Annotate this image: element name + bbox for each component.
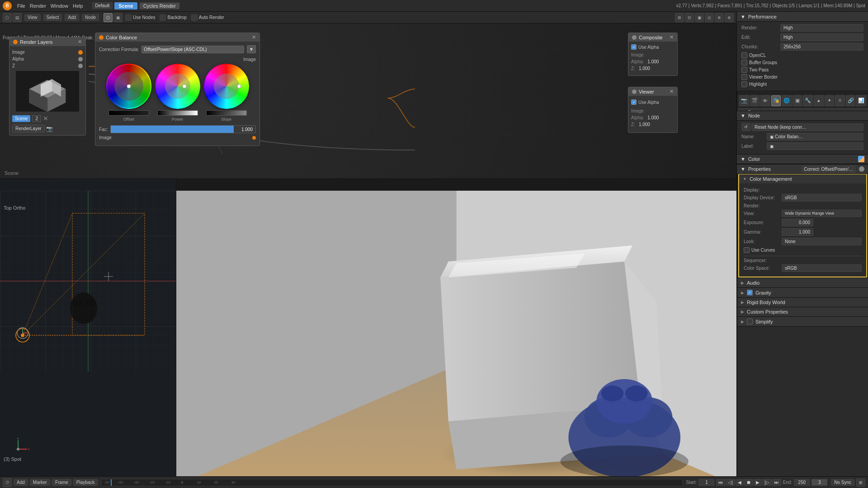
tl-play-btn[interactable]: ▶ — [754, 479, 762, 486]
ne-icon2[interactable]: ▣ — [113, 13, 123, 22]
screen-layout[interactable]: Default — [92, 2, 113, 9]
ne-rt1[interactable]: ⊞ — [675, 13, 684, 22]
gravity-section[interactable]: ▶ ✓ Gravity — [737, 288, 868, 298]
ne-rt3[interactable]: ▣ — [695, 13, 704, 22]
perf-chunks-value[interactable]: 256x256 — [780, 43, 863, 51]
cb-slope-wheel[interactable] — [204, 64, 249, 109]
prop-icon-data[interactable]: 📊 — [856, 95, 866, 106]
cb-close-btn[interactable]: ✕ — [252, 34, 256, 40]
prop-icon-material[interactable]: ● — [814, 95, 824, 106]
cm-view-value[interactable]: Wide Dynamic Range View — [782, 210, 862, 217]
cm-display-device-value[interactable]: sRGB — [782, 194, 862, 202]
perf-section-header[interactable]: ▼ Performance — [737, 12, 868, 22]
node-name-value[interactable]: ▣ Color Balan… — [767, 133, 863, 141]
cb-power-wheel[interactable] — [155, 64, 200, 109]
rl-expand-btn[interactable]: ✕ — [43, 115, 48, 122]
cm-color-space-value[interactable]: sRGB — [782, 264, 862, 272]
perf-render-value[interactable]: High — [780, 24, 863, 32]
ne-select-btn[interactable]: Select — [43, 14, 62, 21]
prop-icon-scene[interactable]: 🎭 — [771, 95, 781, 106]
menu-render[interactable]: Render — [30, 3, 46, 9]
correct-btn[interactable]: Correct: Offset/Power/… — [802, 166, 855, 173]
cm-exposure-value[interactable]: 0.000 — [782, 219, 813, 226]
ne-rt4[interactable]: ◎ — [705, 13, 714, 22]
prop-icon-view[interactable]: 👁 — [760, 95, 770, 106]
cm-look-value[interactable]: None — [782, 238, 862, 245]
tl-icon[interactable]: ⏱ — [3, 478, 12, 487]
render-engine[interactable]: Cycles Render — [139, 2, 180, 9]
use-nodes-check[interactable] — [125, 14, 132, 21]
perf-twopass-check[interactable] — [741, 67, 747, 73]
prop-icon-modifier[interactable]: 🔧 — [803, 95, 813, 106]
tl-add-btn[interactable]: Add — [14, 479, 28, 486]
tl-step-fwd-btn[interactable]: |▷ — [762, 479, 772, 486]
ne-node-btn[interactable]: Node — [82, 14, 99, 21]
tl-marker-btn[interactable]: Marker — [30, 479, 50, 486]
rigidbody-section[interactable]: ▶ Rigid Body World — [737, 298, 868, 307]
perf-highlight-check[interactable] — [741, 81, 747, 87]
reset-node-label[interactable]: Reset Node (keep conn… — [751, 123, 863, 131]
properties-node-header[interactable]: ▼ Properties Correct: Offset/Power/… — [737, 164, 868, 174]
perf-opencl-check[interactable] — [741, 52, 747, 58]
ne-rt2[interactable]: ⊟ — [685, 13, 694, 22]
scene-name[interactable]: Scene — [114, 2, 137, 9]
auto-render-check[interactable] — [191, 14, 198, 21]
perf-buffer-check[interactable] — [741, 60, 747, 66]
comp-close-btn[interactable]: ✕ — [670, 34, 674, 40]
cb-formula-select[interactable]: Offset/Power/Slope (ASC-CDL) — [142, 46, 244, 53]
tl-frame-btn[interactable]: Frame — [52, 479, 71, 486]
color-node-header[interactable]: ▼ Color — [737, 154, 868, 164]
prop-icon-render2[interactable]: 🎬 — [750, 95, 760, 106]
ne-rt5[interactable]: ⊕ — [715, 13, 724, 22]
cm-section-header[interactable]: ▼ Color Management — [739, 174, 866, 183]
rl-scene-num[interactable]: 2 — [32, 115, 41, 122]
custom-props-section[interactable]: ▶ Custom Properties — [737, 307, 868, 317]
comp-use-alpha-check[interactable]: ✓ — [631, 44, 637, 50]
tl-step-back-btn[interactable]: ◁| — [726, 479, 735, 486]
cm-use-curves-check[interactable] — [744, 247, 750, 253]
tl-stop-btn[interactable]: ⏹ — [744, 479, 753, 486]
ne-mode-icon[interactable]: ⬡ — [3, 13, 12, 22]
ne-icon1[interactable]: ⬡ — [104, 13, 113, 22]
ne-view-btn[interactable]: View — [24, 14, 41, 21]
ne-add-btn[interactable]: Add — [65, 14, 79, 21]
rl-photo-icon[interactable]: 📷 — [46, 126, 53, 132]
ne-mode2-icon[interactable]: ▤ — [13, 13, 22, 22]
gravity-check[interactable]: ✓ — [747, 290, 753, 296]
current-frame-val[interactable]: 3 — [811, 479, 827, 486]
prop-icon-constraints[interactable]: 🔗 — [846, 95, 856, 106]
viewer-use-alpha-check[interactable]: ✓ — [631, 99, 637, 105]
end-val[interactable]: 250 — [794, 479, 810, 486]
backdrop-check[interactable] — [160, 14, 166, 21]
viewer-close-btn[interactable]: ✕ — [670, 89, 674, 94]
perf-viewerborder-check[interactable] — [741, 74, 747, 80]
prop-icon-physics[interactable]: ⚛ — [835, 95, 845, 106]
rl-scene-btn[interactable]: Scene — [12, 115, 30, 122]
tl-next-btn[interactable]: ⏭ — [772, 479, 781, 486]
cb-offset-wheel[interactable] — [106, 64, 151, 109]
menu-help[interactable]: Help — [73, 3, 83, 9]
prop-icon-render[interactable]: 📷 — [739, 95, 749, 106]
no-sync-btn[interactable]: No Sync — [831, 479, 854, 486]
audio-section[interactable]: ▶ Audio — [737, 278, 868, 288]
ne-rt6[interactable]: ⊗ — [725, 13, 734, 22]
node-prop-header[interactable]: ▼ Node — [737, 111, 868, 121]
tl-playback-btn[interactable]: Playback — [73, 479, 98, 486]
start-val[interactable]: 1 — [698, 479, 714, 486]
menu-window[interactable]: Window — [51, 3, 68, 9]
prop-icon-obj[interactable]: ▣ — [793, 95, 802, 106]
reset-node-btn[interactable]: ↺ — [741, 123, 750, 131]
cb-fac-slider[interactable]: 1.000 — [110, 125, 256, 133]
tl-play-back-btn[interactable]: ◀ — [736, 479, 744, 486]
timeline-bar[interactable]: -50 -40 -30 -20 -10 0 10 20 30 — [101, 479, 682, 486]
rl-close-btn[interactable]: ✕ — [78, 39, 82, 45]
prop-icon-particles[interactable]: ✦ — [825, 95, 835, 106]
tl-prev-btn[interactable]: ⏮ — [716, 479, 725, 486]
perf-edit-value[interactable]: High — [780, 33, 863, 41]
menu-file[interactable]: File — [17, 3, 25, 9]
simplify-section[interactable]: ▶ Simplify — [737, 317, 868, 327]
rl-layer-name[interactable]: RenderLayer — [12, 125, 45, 132]
node-label-value[interactable]: ▣ — [767, 142, 863, 150]
color-swatch[interactable] — [858, 156, 864, 162]
cm-gamma-value[interactable]: 1.000 — [782, 228, 813, 236]
